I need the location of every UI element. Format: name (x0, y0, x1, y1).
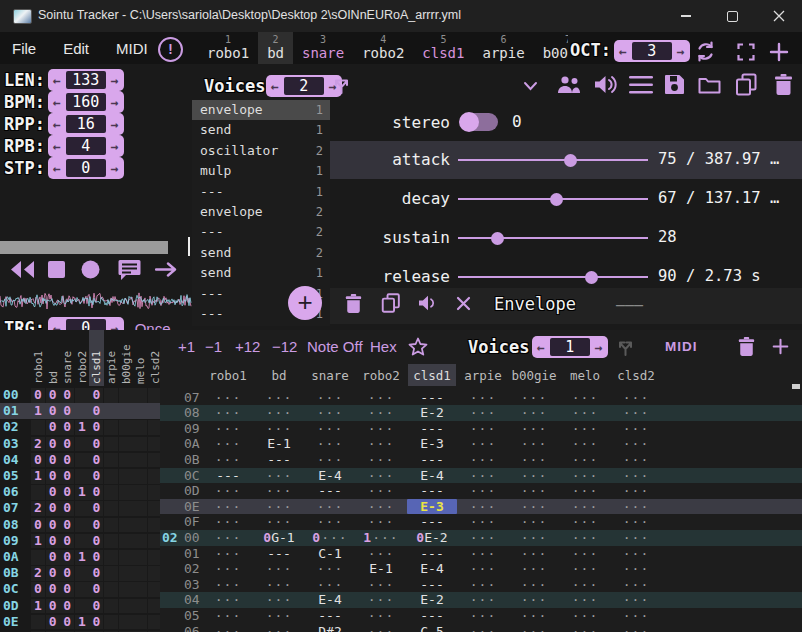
delete-pattern-icon[interactable] (738, 337, 755, 356)
order-cell[interactable] (119, 501, 133, 516)
order-pattern-value[interactable]: 0 (46, 598, 60, 614)
pattern-cell[interactable]: ··· (356, 390, 406, 406)
midi-button[interactable]: MIDI (665, 339, 698, 354)
pattern-cell[interactable]: ··· (458, 608, 508, 624)
unit-row-envelope[interactable]: envelope1 (192, 100, 330, 120)
pattern-cell[interactable]: E-4 (407, 561, 457, 577)
stepper[interactable]: ←160→ (48, 91, 124, 113)
pattern-cell[interactable]: ··· (560, 452, 610, 468)
pattern-cell[interactable]: ··· (560, 468, 610, 484)
stepper[interactable]: ←3→ (614, 40, 690, 62)
order-pattern-value[interactable]: 0 (60, 614, 74, 630)
split-voices-icon[interactable] (332, 76, 351, 95)
pattern-cell[interactable]: E-4 (305, 592, 355, 608)
stepper-decrease-arrow[interactable]: ← (53, 117, 61, 132)
pattern-cell[interactable]: ··· (254, 608, 304, 624)
order-cell[interactable] (148, 420, 160, 435)
stereo-toggle[interactable] (460, 113, 498, 131)
pattern-cell[interactable]: ··· (305, 577, 355, 593)
pattern-cell[interactable]: ··· (356, 483, 406, 499)
pattern-cell[interactable]: C-5 (407, 624, 457, 632)
pattern-cell[interactable]: ··· (458, 390, 508, 406)
pattern-cell[interactable]: ··· (509, 608, 559, 624)
pattern-cell[interactable]: ··· (560, 608, 610, 624)
instrument-tab-clsd1[interactable]: 5clsd1 (413, 32, 473, 64)
order-pattern-value[interactable]: 0 (60, 419, 74, 435)
slider-knob[interactable] (491, 232, 504, 245)
pattern-cell[interactable]: --- (407, 546, 457, 562)
order-pattern-value[interactable]: 0 (31, 452, 45, 468)
order-pattern-value[interactable]: 0 (46, 436, 60, 452)
add-instrument-icon[interactable] (769, 42, 789, 62)
order-cell[interactable] (104, 420, 118, 435)
order-cell[interactable] (148, 550, 160, 565)
order-cell[interactable] (119, 420, 133, 435)
menu-icon[interactable] (629, 76, 653, 94)
order-cell[interactable] (148, 518, 160, 533)
pattern-cell[interactable]: ··· (458, 436, 508, 452)
rewind-button[interactable] (9, 260, 36, 279)
order-pattern-value[interactable]: 0 (60, 565, 74, 581)
instrument-tab-robo2[interactable]: 4robo2 (353, 32, 413, 64)
order-cell[interactable] (148, 469, 160, 484)
pattern-cell[interactable]: ··· (356, 436, 406, 452)
pattern-cell[interactable]: --- (407, 577, 457, 593)
pattern-cell[interactable]: ··· (458, 624, 508, 632)
order-track-header-clsd1[interactable]: clsd1 (90, 351, 103, 384)
pattern-cell[interactable]: ··· (254, 592, 304, 608)
order-pattern-value[interactable]: 0 (46, 517, 60, 533)
order-cell[interactable] (31, 615, 45, 630)
unit-row-dashdashdash[interactable]: ---1 (192, 182, 330, 202)
order-pattern-value[interactable]: 0 (89, 484, 103, 500)
polyphony-icon[interactable] (556, 74, 581, 95)
pattern-cell[interactable]: ··· (203, 436, 253, 452)
pattern-cell[interactable]: ··· (611, 592, 661, 608)
order-pattern-value[interactable]: 0 (60, 387, 74, 403)
pattern-cell[interactable]: ··· (509, 577, 559, 593)
stepper-increase-arrow[interactable]: → (111, 95, 119, 110)
pattern-cell[interactable]: ··· (356, 452, 406, 468)
pattern-cell[interactable]: ··· (611, 483, 661, 499)
pattern-cell[interactable]: --- (407, 390, 457, 406)
pattern-cell[interactable]: ··· (254, 421, 304, 437)
pattern-cell[interactable]: ··· (356, 514, 406, 530)
pattern-cell[interactable]: ··· (254, 561, 304, 577)
order-cell[interactable] (119, 599, 133, 614)
order-track-header-bd[interactable]: bd (47, 371, 60, 384)
stepper-decrease-arrow[interactable]: ← (53, 73, 61, 88)
maximize-button[interactable] (709, 0, 755, 32)
order-pattern-value[interactable]: 2 (31, 436, 45, 452)
track-name-robo1[interactable]: robo1 (203, 368, 253, 383)
pattern-cell[interactable]: ··· (356, 468, 406, 484)
pattern-cell[interactable]: ··· (560, 592, 610, 608)
order-cell[interactable] (133, 501, 147, 516)
pattern-cell[interactable]: ··· (509, 561, 559, 577)
pattern-cell[interactable]: ··· (356, 421, 406, 437)
slider-knob[interactable] (585, 271, 598, 284)
pattern-cell[interactable]: ··· (203, 421, 253, 437)
pattern-cell[interactable]: ··· (560, 530, 610, 546)
pattern-cell[interactable]: ··· (305, 514, 355, 530)
order-track-header-robo1[interactable]: robo1 (32, 351, 45, 384)
pattern-cell[interactable]: ··· (560, 421, 610, 437)
order-pattern-value[interactable]: 0 (46, 565, 60, 581)
order-cell[interactable] (31, 485, 45, 500)
pattern-cell[interactable]: ··· (458, 452, 508, 468)
order-pattern-value[interactable]: 0 (60, 500, 74, 516)
pattern-cell[interactable]: ··· (203, 390, 253, 406)
pattern-cell[interactable]: ··· (560, 624, 610, 632)
unit-row-send[interactable]: send2 (192, 243, 330, 263)
voices-stepper[interactable]: ←2→ (266, 75, 342, 97)
pattern-cell[interactable]: ··· (509, 390, 559, 406)
track-name-b00gie[interactable]: b00gie (509, 368, 559, 383)
pattern-cell[interactable]: ··· (560, 577, 610, 593)
order-cell[interactable] (75, 518, 89, 533)
pattern-cell[interactable]: ··· (254, 390, 304, 406)
order-cell[interactable] (119, 534, 133, 549)
song-progressbar[interactable] (0, 241, 168, 254)
order-pattern-value[interactable]: 0 (46, 387, 60, 403)
track-name-snare[interactable]: snare (305, 368, 355, 383)
order-track-header-snare[interactable]: snare (61, 351, 74, 384)
order-cell[interactable] (31, 420, 45, 435)
order-pattern-value[interactable]: 2 (31, 565, 45, 581)
